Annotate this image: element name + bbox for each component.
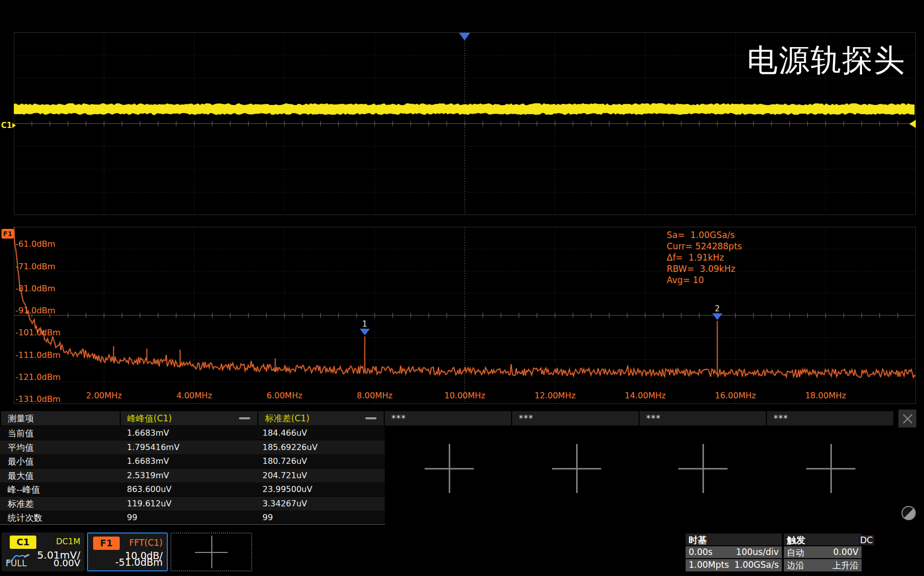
measure-col-header-items[interactable]: 测量项 [1,411,120,425]
measure-col-header-pkpk-c1[interactable]: 峰峰值(C1) [121,411,257,425]
trigger-panel[interactable]: 触发 C1 DC 自动 0.00V 边沿 上升沿 [784,534,862,571]
trigger-mode: 自动 [787,547,804,559]
close-measurements-button[interactable] [898,410,916,428]
peak-marker-2[interactable]: 2 [712,305,722,320]
measure-cell: 最大值 [8,470,34,482]
f1-ref-level: -51.0dBm [115,557,163,568]
f1-function: FFT(C1) [129,538,163,548]
marker-triangle-icon [712,313,722,320]
measure-cell: 3.34267uV [262,499,307,508]
measure-cell: 峰--峰值 [8,484,40,496]
measure-cell: 2.5319mV [127,471,169,480]
db-axis-label: -71.0dBm [15,262,55,271]
f1-channel-box[interactable]: F1 FFT(C1) 10.0dB/ -51.0dBm [87,532,168,571]
fft-window [14,227,916,404]
fft-info-line: RBW= 3.09kHz [667,263,742,274]
c1-trigger-level-arrow[interactable] [909,120,916,128]
trigger-level: 0.00V [833,547,859,557]
header-label: *** [774,413,788,423]
f1-badge[interactable]: F1 [2,229,14,239]
measure-cell: 119.612uV [127,499,171,508]
db-axis-label: -121.0dBm [15,372,60,382]
fft-info-line: Δf= 1.91kHz [667,252,742,263]
minus-icon[interactable] [239,417,250,419]
db-axis-label: -81.0dBm [15,284,55,293]
freq-axis-label: 6.00MHz [267,391,302,400]
fft-info-line: Curr= 524288pts [667,241,742,252]
header-label: 测量项 [8,413,34,424]
db-axis-label: -111.0dBm [15,350,60,360]
measure-cell: 平均值 [8,442,34,454]
fft-info-line: Avg= 10 [667,274,742,286]
measure-cell: 23.99500uV [262,484,312,494]
add-measurement-button[interactable] [552,444,601,493]
add-channel-button[interactable] [170,532,252,571]
timebase-title: 时基 [689,534,707,546]
timebase-samplerate: 1.00GSa/s [734,560,779,570]
measure-cell: 184.466uV [262,428,307,438]
header-label: 峰峰值(C1) [127,413,172,424]
header-label: *** [646,413,661,423]
header-label: *** [391,413,406,423]
measure-col-header-empty[interactable]: *** [385,411,511,425]
freq-axis-label: 14.00MHz [625,391,666,400]
header-label: 标准差(C1) [265,413,310,424]
table-bottom-divider [0,524,385,525]
measure-cell: 1.6683mV [127,456,169,466]
db-axis-label: -61.0dBm [15,239,55,249]
c1-channel-marker[interactable]: C1 [1,121,16,130]
measure-col-header-stdev-c1[interactable]: 标准差(C1) [258,411,384,425]
measure-col-header-empty[interactable]: *** [640,411,766,425]
trigger-slope: 上升沿 [832,560,859,571]
trigger-type: 边沿 [787,560,804,571]
measure-cell: 统计次数 [8,512,42,524]
measure-row: 标准差119.612uV3.34267uV [0,497,385,510]
fft-info-line: Sa= 1.00GSa/s [667,229,742,241]
measure-cell: 1.6683mV [127,428,169,438]
measure-cell: 99 [262,513,273,522]
add-measurement-button[interactable] [678,444,728,493]
minus-icon[interactable] [365,417,377,419]
trigger-coupling: DC [859,535,874,545]
c1-coupling: DC1M [56,537,80,546]
trigger-position-indicator[interactable] [459,33,470,40]
measure-col-header-empty[interactable]: *** [512,411,639,425]
freq-axis-label: 2.00MHz [86,391,122,400]
measure-cell: 180.726uV [262,456,307,466]
measure-row: 平均值1.795416mV185.69226uV [0,440,385,454]
timebase-scale: 100us/div [736,547,779,557]
header-label: *** [519,413,534,423]
measure-cell: 204.721uV [262,471,307,480]
measure-cell: 当前值 [8,428,34,439]
oscilloscope-screen: C1 电源轨探头 F1 Sa= 1.00GSa/sCurr= 524288pts… [0,0,924,576]
f1-tag: F1 [93,537,120,550]
db-axis-label: -101.0dBm [15,328,60,337]
freq-axis-label: 16.00MHz [715,391,756,400]
measure-row: 当前值1.6683mV184.466uV [0,426,385,440]
fft-info-box: Sa= 1.00GSa/sCurr= 524288ptsΔf= 1.91kHzR… [667,229,742,286]
db-axis-label: -131.0dBm [15,394,60,404]
measure-cell: 1.795416mV [127,442,180,452]
freq-axis-label: 12.00MHz [535,391,576,400]
freq-axis-label: 18.00MHz [805,391,846,400]
add-measurement-button[interactable] [425,444,474,493]
measure-cell: 99 [127,513,137,522]
timebase-delay: 0.00s [689,547,713,557]
timebase-panel[interactable]: 时基 0.00s 100us/div 1.00Mpts 1.00GSa/s [686,534,782,571]
display-contrast-button[interactable] [901,506,916,520]
plus-icon [195,536,228,568]
timebase-memory: 1.00Mpts [689,560,729,570]
annotation-text: 电源轨探头 [747,40,906,81]
peak-marker-1[interactable]: 1 [360,321,370,335]
freq-axis-label: 10.00MHz [444,391,485,400]
trigger-title: 触发 [787,534,805,546]
marker-triangle-icon [360,329,370,335]
measure-cell: 标准差 [8,498,34,510]
db-axis-label: -91.0dBm [15,306,55,315]
add-measurement-button[interactable] [806,444,855,493]
c1-bandwidth: FULL [6,558,27,568]
measure-col-header-empty[interactable]: *** [767,411,893,425]
c1-channel-box[interactable]: C1 DC1M 5.01mV/ FULL 0.00V [2,532,84,571]
measure-row: 峰--峰值863.600uV23.99500uV [0,482,385,496]
measure-row: 最大值2.5319mV204.721uV [0,468,385,482]
